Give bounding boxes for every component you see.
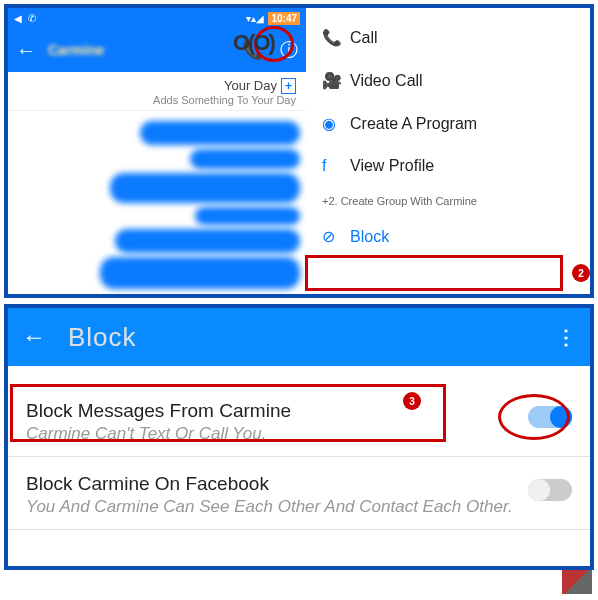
menu-label: Create A Program [350, 115, 477, 133]
step-badge-2: 2 [572, 264, 590, 282]
menu-view-profile[interactable]: f View Profile [306, 145, 590, 187]
message-list [8, 111, 306, 294]
menu-create-group[interactable]: +2. Create Group With Carmine [306, 187, 590, 215]
tutorial-step-1-frame: ◀ ✆ ▾▴◢ 10:47 ← Carmine 📞 ⓘ Your Day+ Ad… [4, 4, 594, 298]
highlight-rect-block [305, 255, 563, 291]
block-header-title: Block [68, 322, 556, 353]
menu-block[interactable]: ⊘ Block [306, 215, 590, 258]
video-icon: 🎥 [322, 71, 350, 90]
block-facebook-title: Block Carmine On Facebook [26, 473, 572, 495]
overlay-annotation: O(O) [233, 30, 274, 56]
android-status-bar: ◀ ✆ ▾▴◢ 10:47 [8, 8, 306, 28]
toggle-knob [528, 479, 550, 501]
block-icon: ⊘ [322, 227, 350, 246]
block-facebook-row[interactable]: Block Carmine On Facebook You And Carmin… [8, 457, 590, 530]
contact-menu-screenshot: 📞 Call 🎥 Video Call ◉ Create A Program f… [306, 8, 590, 294]
menu-call[interactable]: 📞 Call [306, 16, 590, 59]
back-arrow-icon[interactable]: ← [16, 39, 36, 62]
message-bubble [110, 173, 300, 203]
add-day-icon[interactable]: + [281, 78, 296, 94]
phone-icon: 📞 [322, 28, 350, 47]
facebook-icon: f [322, 157, 350, 175]
message-bubble [195, 207, 300, 225]
your-day-title: Your Day [224, 78, 277, 93]
menu-video-call[interactable]: 🎥 Video Call [306, 59, 590, 102]
watermark-logo [562, 570, 592, 594]
your-day-banner[interactable]: Your Day+ Adds Something To Your Day [8, 72, 306, 111]
whatsapp-icon: ✆ [28, 13, 36, 24]
highlight-rect-block-messages [10, 384, 446, 442]
block-settings-header: ← Block ⋮ [8, 308, 590, 366]
status-time: 10:47 [268, 12, 300, 25]
back-icon: ◀ [14, 13, 22, 24]
block-facebook-toggle[interactable] [528, 479, 572, 501]
message-bubble [100, 257, 300, 289]
status-right-icons: ▾▴◢ 10:47 [246, 12, 300, 25]
menu-label: Block [350, 228, 389, 246]
status-left-icons: ◀ ✆ [14, 13, 36, 24]
menu-label: View Profile [350, 157, 434, 175]
message-bubble [190, 149, 300, 169]
messenger-icon: ◉ [322, 114, 350, 133]
menu-create-program[interactable]: ◉ Create A Program [306, 102, 590, 145]
your-day-subtitle: Adds Something To Your Day [18, 94, 296, 106]
signal-icon: ▾▴◢ [246, 13, 264, 24]
overflow-menu-icon[interactable]: ⋮ [556, 325, 576, 349]
step-badge-3: 3 [403, 392, 421, 410]
message-bubble [140, 121, 300, 145]
menu-label: Call [350, 29, 378, 47]
contact-name[interactable]: Carmine [48, 42, 242, 58]
message-bubble [115, 229, 300, 253]
menu-label: Video Call [350, 72, 423, 90]
back-arrow-icon[interactable]: ← [22, 323, 46, 351]
block-facebook-desc: You And Carmine Can See Each Other And C… [26, 497, 572, 517]
highlight-circle-toggle [498, 394, 570, 440]
